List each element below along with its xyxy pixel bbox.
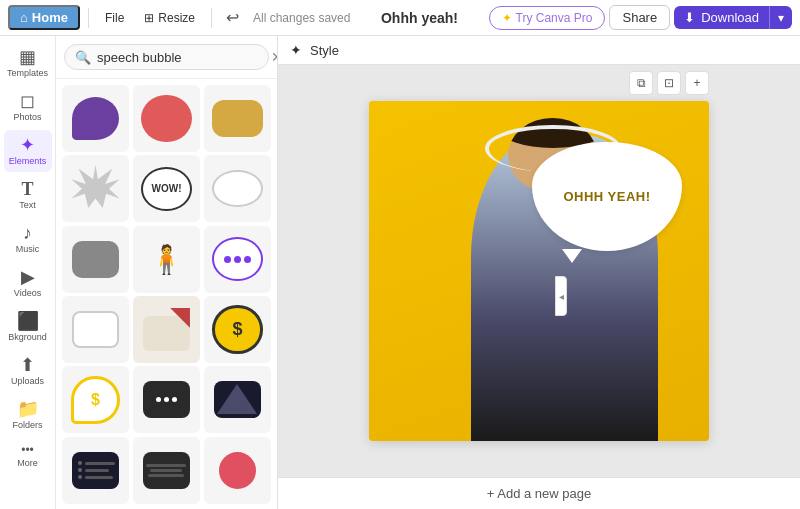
style-bar: ✦ Style [278,36,800,65]
sidebar-item-templates[interactable]: ▦ Templates [4,42,52,84]
saved-status: All changes saved [253,11,350,25]
videos-icon: ▶ [21,268,35,286]
speech-bubble-text: OHHH YEAH! [563,189,650,204]
list-item[interactable] [62,296,129,363]
list-item[interactable] [62,226,129,293]
divider-2 [211,8,212,28]
star-icon: ✦ [502,11,512,25]
add-canvas-button[interactable]: + [685,71,709,95]
list-item[interactable] [62,155,129,222]
list-item[interactable] [204,366,271,433]
list-item[interactable] [204,437,271,504]
list-item[interactable] [133,437,200,504]
red-small-bubble [219,452,256,489]
download-icon: ⬇ [684,10,695,25]
file-button[interactable]: File [97,8,132,28]
resize-button[interactable]: ⊞ Resize [136,8,203,28]
text-icon: T [21,180,33,198]
templates-icon: ▦ [19,48,36,66]
dollar-yellow-bubble: $ [212,305,262,353]
list-item[interactable]: WOW! [133,155,200,222]
style-label: Style [310,43,339,58]
list-item[interactable]: 🧍 [133,226,200,293]
red-bubble [141,95,191,142]
wow-bubble: WOW! [141,167,191,211]
dark-chat-bubble [143,381,190,418]
sidebar-item-more[interactable]: ••• More [4,438,52,474]
try-pro-button[interactable]: ✦ Try Canva Pro [489,6,606,30]
folders-icon: 📁 [17,400,39,418]
dot-3 [244,256,251,263]
dark-text-bubble [143,452,190,489]
sidebar-item-uploads[interactable]: ⬆ Uploads [4,350,52,392]
resize-icon: ⊞ [144,11,154,25]
duplicate-canvas-button[interactable]: ⧉ [629,71,653,95]
dollar-outline-bubble: $ [71,376,119,424]
search-icon: 🔍 [75,50,91,65]
elements-grid: WOW! 🧍 [56,79,277,509]
undo-button[interactable]: ↩ [220,5,245,30]
sidebar: ▦ Templates ◻ Photos ✦ Elements T Text ♪… [0,36,56,509]
sidebar-item-background[interactable]: ⬛ Bkground [4,306,52,348]
canvas-actions: ⧉ ⊡ + [629,71,709,95]
sidebar-item-text[interactable]: T Text [4,174,52,216]
elements-icon: ✦ [20,136,35,154]
canvas-image: OHHH YEAH! [369,101,709,441]
search-box: 🔍 ✕ [64,44,269,70]
uploads-icon: ⬆ [20,356,35,374]
main-area: ▦ Templates ◻ Photos ✦ Elements T Text ♪… [0,36,800,509]
list-item[interactable] [133,296,200,363]
yellow-rect-bubble [212,100,262,137]
list-item[interactable] [204,155,271,222]
collapse-panel-button[interactable]: ◂ [555,276,567,316]
canvas-area: ✦ Style ◂ ⧉ ⊡ + [278,36,800,509]
download-group: ⬇ Download ▾ [674,6,792,29]
more-icon: ••• [21,444,34,456]
canvas-wrapper: ⧉ ⊡ + [278,65,800,477]
style-icon: ✦ [290,42,302,58]
list-item[interactable]: $ [204,296,271,363]
oval-bubble [212,170,262,207]
list-item[interactable]: $ [62,366,129,433]
grey-rect-bubble [72,241,119,278]
mountain-bubble [214,381,261,418]
list-item[interactable] [62,85,129,152]
person-bubble: 🧍 [149,243,184,276]
copy-canvas-button[interactable]: ⊡ [657,71,681,95]
add-page-button[interactable]: + Add a new page [278,477,800,509]
topbar: ⌂ Home File ⊞ Resize ↩ All changes saved… [0,0,800,36]
dots-bubble [212,237,262,281]
dot-1 [224,256,231,263]
background-icon: ⬛ [17,312,39,330]
list-item[interactable] [133,85,200,152]
download-button[interactable]: ⬇ Download [674,6,769,29]
sidebar-item-photos[interactable]: ◻ Photos [4,86,52,128]
home-button[interactable]: ⌂ Home [8,5,80,30]
list-item[interactable] [62,437,129,504]
panel-search-area: 🔍 ✕ [56,36,277,79]
white-rect-bubble [72,311,119,348]
list-item[interactable] [133,366,200,433]
folded-paper-bubble [143,308,190,352]
document-title[interactable]: Ohhh yeah! [381,10,458,26]
canvas-card[interactable]: ⧉ ⊡ + [369,101,709,441]
search-clear-button[interactable]: ✕ [271,49,278,65]
home-icon: ⌂ [20,10,28,25]
music-icon: ♪ [23,224,32,242]
photos-icon: ◻ [20,92,35,110]
purple-bubble [72,97,119,141]
list-item[interactable] [204,85,271,152]
elements-panel: 🔍 ✕ WOW! [56,36,278,509]
dark-list-bubble [72,452,119,489]
dot-2 [234,256,241,263]
search-input[interactable] [97,50,265,65]
spiky-bubble [71,165,119,213]
sidebar-item-elements[interactable]: ✦ Elements [4,130,52,172]
sidebar-item-music[interactable]: ♪ Music [4,218,52,260]
share-button[interactable]: Share [609,5,670,30]
download-arrow-button[interactable]: ▾ [769,6,792,29]
divider-1 [88,8,89,28]
list-item[interactable] [204,226,271,293]
sidebar-item-videos[interactable]: ▶ Videos [4,262,52,304]
sidebar-item-folders[interactable]: 📁 Folders [4,394,52,436]
